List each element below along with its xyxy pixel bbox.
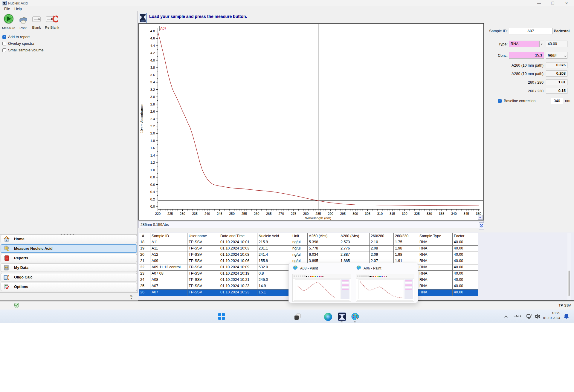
preview-card-1[interactable]: A08 - Paint xyxy=(291,265,352,271)
sidebar-item-label: Oligo Calc xyxy=(14,275,33,279)
nanodrop-app-button[interactable] xyxy=(337,312,347,321)
left-panel: Measure Print Blank xyxy=(0,11,138,301)
table-scrollbar[interactable] xyxy=(567,233,571,300)
table-cell: TP-SSV xyxy=(187,246,219,252)
blank-button[interactable]: Blank xyxy=(30,13,42,29)
table-row-19[interactable]: 19A11TP-SSV01.10.2024 10:03231.1ng/µl5.7… xyxy=(139,246,478,252)
table-cell: 01.10.2024 10:23 xyxy=(219,283,257,290)
svg-text:3.8: 3.8 xyxy=(150,66,155,69)
paint-app-button[interactable] xyxy=(350,312,360,321)
sidebar-item-options[interactable]: Options xyxy=(1,283,137,291)
print-button[interactable]: Print xyxy=(17,13,29,30)
menu-help[interactable]: Help xyxy=(13,7,23,11)
sample-id-input[interactable] xyxy=(509,28,552,34)
clock-time[interactable]: 10:25 xyxy=(552,311,560,315)
sidebar-item-home[interactable]: Home xyxy=(1,235,137,243)
conc-unit-dropdown[interactable]: ng/µl xyxy=(546,52,567,59)
column-header[interactable]: # xyxy=(139,233,150,239)
shield-icon xyxy=(14,303,19,308)
checkbox-add-to-report[interactable]: Add to report xyxy=(2,35,30,39)
sidebar-item-measure-nucleic-acid[interactable]: Measure Nucleic Acid xyxy=(1,244,137,253)
column-header[interactable]: Nucleic Acid xyxy=(257,233,291,239)
volume-button[interactable] xyxy=(534,313,542,320)
task-view-button[interactable] xyxy=(294,313,301,320)
table-row-20[interactable]: 20A12TP-SSV01.10.2024 10:03241.4ng/µl6.0… xyxy=(139,252,478,258)
sidebar-item-label: My Data xyxy=(14,266,28,270)
notifications-button[interactable] xyxy=(563,313,570,320)
table-row-18[interactable]: 18A11TP-SSV01.10.2024 10:01215.9ng/µl5.3… xyxy=(139,239,478,246)
mini-sample-panel xyxy=(341,279,349,299)
menu-file[interactable]: File xyxy=(3,7,11,11)
table-cell: TP-SSV xyxy=(187,277,219,283)
checkbox-small-sample-volume[interactable]: Small sample volume xyxy=(2,48,44,52)
tray-expand-button[interactable] xyxy=(503,313,509,319)
column-header[interactable]: Sample Type xyxy=(418,233,453,239)
network-button[interactable] xyxy=(526,313,533,320)
column-header[interactable]: Factor xyxy=(453,233,478,239)
language-indicator[interactable]: ENG xyxy=(514,314,521,318)
table-cell: A09 xyxy=(150,258,187,264)
sidebar-item-reports[interactable]: Reports xyxy=(1,254,137,262)
expand-table-button[interactable] xyxy=(479,222,484,229)
sidebar-item-oligo-calc[interactable]: Oligo Calc xyxy=(1,273,137,281)
sidebar-item-my-data[interactable]: My Data xyxy=(1,264,137,272)
minimize-button[interactable]: — xyxy=(532,0,546,6)
close-button[interactable]: ✕ xyxy=(560,0,573,6)
baseline-wavelength-input[interactable]: 340 xyxy=(551,98,563,104)
table-cell: A07 xyxy=(150,283,187,290)
svg-text:325: 325 xyxy=(414,212,419,215)
table-cell: TP-SSV xyxy=(187,258,219,264)
checkbox-box xyxy=(498,99,502,103)
baseline-correction-checkbox[interactable]: Baseline correction xyxy=(498,99,535,103)
svg-text:310: 310 xyxy=(377,212,383,215)
svg-text:335: 335 xyxy=(439,212,444,215)
column-header[interactable]: User name xyxy=(187,233,219,239)
table-cell: RNA xyxy=(418,271,453,277)
table-cell: 40.00 xyxy=(453,264,478,271)
table-cell: RNA xyxy=(418,252,453,258)
svg-text:255: 255 xyxy=(242,212,247,215)
svg-text:2.4: 2.4 xyxy=(150,117,155,121)
svg-text:0.2: 0.2 xyxy=(150,197,155,201)
restore-button[interactable]: ❐ xyxy=(546,0,560,6)
sidebar-expand-button[interactable]: » xyxy=(130,293,132,299)
reblank-button[interactable]: Re-Blank xyxy=(44,13,60,29)
table-cell: TP-SSV xyxy=(187,264,219,271)
spectrum-chart[interactable]: 2202252302352402452502552602652702752802… xyxy=(138,23,484,220)
checkbox-overlay-spectra[interactable]: Overlay spectra xyxy=(2,41,34,46)
app-icon xyxy=(2,1,7,5)
collapse-panel-button[interactable]: « xyxy=(478,215,483,220)
edge-browser-button[interactable] xyxy=(323,312,332,321)
svg-text:290: 290 xyxy=(328,212,333,215)
column-header[interactable]: A280 (Abs) xyxy=(339,233,370,239)
speaker-icon xyxy=(535,314,541,319)
column-header[interactable]: Sample ID xyxy=(150,233,187,239)
measure-button[interactable]: Measure xyxy=(2,13,16,30)
edge-icon xyxy=(324,313,332,321)
svg-text:305: 305 xyxy=(365,212,370,215)
clock-date[interactable]: 01.10.2024 xyxy=(543,316,560,320)
preview-card-2[interactable]: A06 - Paint xyxy=(355,265,416,271)
column-header[interactable]: Unit xyxy=(291,233,308,239)
blank-cuvette-icon xyxy=(32,15,41,24)
window-thumbnail[interactable] xyxy=(356,274,414,302)
column-header[interactable]: Date and Time xyxy=(219,233,257,239)
table-cell: RNA xyxy=(418,264,453,271)
type-dropdown[interactable]: RNA xyxy=(509,41,544,47)
window-thumbnail[interactable] xyxy=(292,274,351,302)
svg-text:2.8: 2.8 xyxy=(150,102,155,106)
svg-text:0.0: 0.0 xyxy=(150,205,155,208)
column-header[interactable]: 260/280 xyxy=(370,233,394,239)
conc-value-field: 15.1 xyxy=(509,52,544,59)
mini-scrollbar xyxy=(294,300,349,301)
column-header[interactable]: A260 (Abs) xyxy=(308,233,339,239)
start-button[interactable] xyxy=(218,313,225,320)
table-cell: 6.034 xyxy=(308,252,339,258)
cursor-crosshair[interactable] xyxy=(158,24,483,209)
mini-scrollbar xyxy=(357,300,413,301)
ratio-260-230-label: 260 / 230 xyxy=(466,89,544,93)
column-header[interactable]: 260/230 xyxy=(394,233,418,239)
scrollbar-thumb[interactable] xyxy=(568,270,570,296)
y-axis-ticks: 0.00.20.40.60.81.01.21.41.61.82.02.22.42… xyxy=(150,29,158,208)
a280-label: A280 (10 mm path) xyxy=(466,72,544,76)
